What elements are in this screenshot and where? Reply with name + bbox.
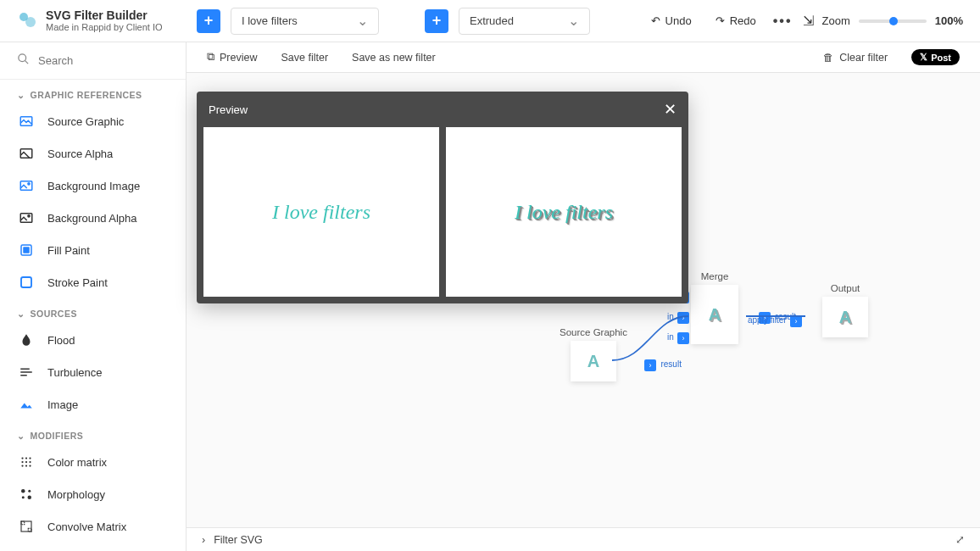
svg-line-3 <box>25 60 28 64</box>
color-matrix-icon <box>17 453 36 471</box>
trash-icon: 🗑 <box>823 52 834 64</box>
add-filter-button[interactable]: + <box>425 9 448 33</box>
node-thumb: A <box>571 341 616 381</box>
preview-original: I love filters <box>203 127 439 297</box>
zoom-fit-icon[interactable]: ⇲ <box>803 13 814 29</box>
app-title: SVG Filter Builder <box>46 9 163 22</box>
save-filter-button[interactable]: Save filter <box>281 52 328 64</box>
x-icon: 𝕏 <box>920 52 927 63</box>
chevron-down-icon: ⌄ <box>17 309 25 319</box>
sidebar-item-morphology[interactable]: Morphology <box>0 478 186 510</box>
bg-image-icon <box>17 176 36 195</box>
port-label: in <box>667 312 674 321</box>
preview-button[interactable]: ⧉Preview <box>207 51 257 64</box>
canvas[interactable]: ⧉Preview Save filter Save as new filter … <box>187 42 980 551</box>
preview-icon: ⧉ <box>207 51 214 64</box>
port-out[interactable]: › <box>644 359 656 371</box>
save-as-new-button[interactable]: Save as new filter <box>352 52 436 64</box>
svg-point-20 <box>25 465 27 466</box>
port-in[interactable]: › <box>677 312 689 324</box>
sidebar-item-convolve[interactable]: Convolve Matrix <box>0 510 186 543</box>
sidebar-item-bg-image[interactable]: Background Image <box>0 170 186 202</box>
port-label: in <box>667 332 674 342</box>
chevron-right-icon: › <box>202 534 205 546</box>
svg-point-14 <box>25 457 27 459</box>
section-graphic-refs[interactable]: ⌄ GRAPHIC REFERENCES <box>0 80 186 105</box>
turbulence-icon <box>17 363 36 381</box>
sidebar-item-color-matrix[interactable]: Color matrix <box>0 446 186 478</box>
svg-rect-26 <box>21 521 31 532</box>
redo-button[interactable]: ↷ Redo <box>709 11 763 31</box>
morphology-icon <box>17 485 36 504</box>
sidebar-item-turbulence[interactable]: Turbulence <box>0 356 186 388</box>
preview-filtered: I love filters <box>446 127 682 297</box>
node-merge[interactable]: Merge A › in › in › in › result <box>691 271 738 344</box>
svg-rect-12 <box>21 277 31 287</box>
flood-icon <box>17 331 36 349</box>
svg-point-7 <box>28 183 30 185</box>
more-menu-button[interactable]: ••• <box>773 14 793 29</box>
zoom-label: Zoom <box>822 14 850 27</box>
port-in[interactable]: › <box>790 315 802 327</box>
bg-alpha-icon <box>17 209 36 227</box>
source-graphic-icon <box>17 112 36 131</box>
port-in[interactable]: › <box>677 332 689 344</box>
svg-point-24 <box>22 496 25 498</box>
search-icon <box>17 53 30 69</box>
node-source-graphic[interactable]: Source Graphic A › result <box>560 327 627 381</box>
sidebar-item-image[interactable]: Image <box>0 388 186 420</box>
source-dropdown[interactable]: I love filters ⌄ <box>231 8 379 35</box>
section-sources[interactable]: ⌄ SOURCES <box>0 298 186 324</box>
sidebar-item-stroke-paint[interactable]: Stroke Paint <box>0 266 186 298</box>
svg-point-13 <box>21 457 23 459</box>
undo-button[interactable]: ↶ Undo <box>644 11 699 31</box>
filter-svg-panel[interactable]: › Filter SVG ⤢ <box>187 527 980 551</box>
svg-point-18 <box>29 461 31 463</box>
svg-point-23 <box>28 490 31 493</box>
svg-point-19 <box>21 465 23 466</box>
convolve-icon <box>17 517 36 536</box>
svg-point-25 <box>28 496 32 500</box>
svg-point-22 <box>21 489 25 493</box>
chevron-down-icon: ⌄ <box>357 13 368 29</box>
chevron-down-icon: ⌄ <box>568 13 579 29</box>
svg-rect-28 <box>28 528 31 532</box>
post-button[interactable]: 𝕏Post <box>911 49 960 65</box>
port-label: result <box>660 359 681 369</box>
node-thumb: A <box>822 297 868 337</box>
logo: SVG Filter Builder Made in Rappid by Cli… <box>17 9 187 32</box>
preview-modal: Preview ✕ I love filters I love filters <box>197 92 688 303</box>
app-logo-icon <box>17 10 37 31</box>
sidebar-item-flood[interactable]: Flood <box>0 324 186 356</box>
svg-point-1 <box>25 17 36 27</box>
fill-paint-icon <box>17 241 36 259</box>
chevron-down-icon: ⌄ <box>17 431 25 441</box>
svg-point-17 <box>25 461 27 463</box>
svg-point-16 <box>21 461 23 463</box>
clear-filter-button[interactable]: 🗑Clear filter <box>823 52 888 64</box>
sidebar-item-fill-paint[interactable]: Fill Paint <box>0 234 186 266</box>
image-icon <box>17 395 36 414</box>
modal-title: Preview <box>209 103 248 116</box>
close-icon[interactable]: ✕ <box>664 100 677 119</box>
svg-point-15 <box>29 457 31 459</box>
svg-point-21 <box>29 465 31 466</box>
expand-icon[interactable]: ⤢ <box>955 533 965 546</box>
search-input[interactable] <box>38 54 181 67</box>
redo-icon: ↷ <box>716 14 725 27</box>
node-output[interactable]: Output A › apply filter <box>822 283 868 337</box>
section-modifiers[interactable]: ⌄ MODIFIERS <box>0 420 186 446</box>
zoom-slider[interactable] <box>859 19 927 23</box>
chevron-down-icon: ⌄ <box>17 90 25 100</box>
source-alpha-icon <box>17 144 36 163</box>
undo-icon: ↶ <box>651 14 660 27</box>
app-subtitle: Made in Rappid by Client IO <box>46 22 163 32</box>
svg-point-9 <box>28 215 30 217</box>
sidebar-item-source-graphic[interactable]: Source Graphic <box>0 105 186 137</box>
add-source-button[interactable]: + <box>197 9 220 33</box>
sidebar-item-source-alpha[interactable]: Source Alpha <box>0 137 186 170</box>
sidebar-item-bg-alpha[interactable]: Background Alpha <box>0 202 186 234</box>
filter-dropdown[interactable]: Extruded ⌄ <box>459 8 590 35</box>
svg-point-2 <box>19 54 26 62</box>
svg-rect-11 <box>23 247 30 253</box>
